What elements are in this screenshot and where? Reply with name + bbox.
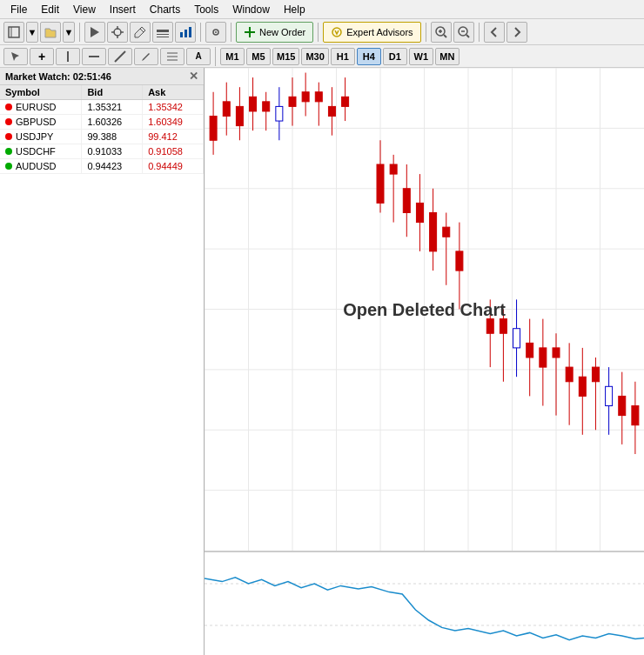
- svg-line-20: [444, 35, 446, 37]
- menu-window[interactable]: Window: [225, 2, 277, 17]
- market-watch-row[interactable]: EURUSD 1.35321 1.35342: [0, 100, 204, 115]
- menu-tools[interactable]: Tools: [187, 2, 225, 17]
- tf-m15-button[interactable]: M15: [272, 48, 299, 65]
- scroll-left-button[interactable]: [484, 22, 505, 43]
- new-order-label: New Order: [259, 27, 305, 37]
- tf-h1-button[interactable]: H1: [331, 48, 355, 65]
- plus-tool-button[interactable]: +: [30, 48, 54, 65]
- ask-cell: 1.60349: [143, 115, 204, 130]
- fib-tool-button[interactable]: [160, 48, 184, 65]
- market-watch-table: Symbol Bid Ask EURUSD 1.35321 1.35342 GB…: [0, 85, 204, 174]
- zoom-in-button[interactable]: [152, 22, 173, 43]
- svg-rect-17: [249, 27, 251, 37]
- symbol-cell: USDJPY: [0, 130, 82, 144]
- ask-header: Ask: [143, 85, 204, 100]
- symbol-indicator: [5, 118, 12, 125]
- cursor-tool-button[interactable]: [3, 48, 28, 65]
- symbol-name: GBPUSD: [16, 117, 56, 127]
- expert-advisors-button[interactable]: Expert Advisors: [323, 22, 420, 43]
- text-tool-button[interactable]: A: [186, 48, 211, 65]
- market-watch-header: Market Watch: 02:51:46 ✕: [0, 68, 204, 85]
- svg-rect-11: [180, 32, 183, 37]
- svg-point-15: [215, 31, 217, 33]
- svg-rect-8: [157, 30, 169, 32]
- tf-m5-button[interactable]: M5: [246, 48, 271, 65]
- tf-w1-button[interactable]: W1: [409, 48, 433, 65]
- market-watch-row[interactable]: GBPUSD 1.60326 1.60349: [0, 115, 204, 130]
- sep-tf: [215, 47, 216, 66]
- open-button[interactable]: [40, 22, 61, 43]
- main-area: Market Watch: 02:51:46 ✕ Symbol Bid Ask …: [0, 68, 644, 655]
- market-watch-panel: Market Watch: 02:51:46 ✕ Symbol Bid Ask …: [0, 68, 205, 655]
- pencil-button[interactable]: [130, 22, 151, 43]
- bid-cell: 0.94423: [82, 159, 143, 174]
- market-watch-row[interactable]: USDJPY 99.388 99.412: [0, 130, 204, 144]
- svg-line-24: [466, 35, 469, 37]
- tf-m1-button[interactable]: M1: [220, 48, 245, 65]
- symbol-indicator: [5, 163, 12, 170]
- symbol-cell: GBPUSD: [0, 115, 82, 130]
- trendline-tool-button[interactable]: [108, 48, 132, 65]
- chart-main[interactable]: Open Deleted Chart: [205, 68, 644, 551]
- new-order-button[interactable]: New Order: [236, 22, 313, 43]
- vertical-line-tool-button[interactable]: [56, 48, 80, 65]
- ask-cell: 99.412: [143, 130, 204, 144]
- symbol-name: EURUSD: [16, 102, 56, 112]
- svg-point-2: [114, 29, 121, 36]
- bid-cell: 99.388: [82, 130, 143, 144]
- crosshair-button[interactable]: [107, 22, 128, 43]
- symbol-indicator: [5, 133, 12, 140]
- menu-charts[interactable]: Charts: [143, 2, 187, 17]
- pencil-draw-button[interactable]: [134, 48, 158, 65]
- zoom-in-chart-button[interactable]: [431, 22, 452, 43]
- menu-help[interactable]: Help: [277, 2, 312, 17]
- symbol-header: Symbol: [0, 85, 82, 100]
- menu-view[interactable]: View: [66, 2, 103, 17]
- new-chart-button[interactable]: [3, 22, 24, 43]
- expert-label: Expert Advisors: [346, 27, 413, 37]
- sub-chart-canvas[interactable]: [205, 552, 644, 655]
- symbol-name: AUDUSD: [16, 161, 56, 171]
- dropdown-open-button[interactable]: ▼: [63, 22, 75, 43]
- bid-header: Bid: [82, 85, 143, 100]
- zoom-out-chart-button[interactable]: [453, 22, 474, 43]
- svg-rect-10: [157, 37, 169, 37]
- svg-rect-12: [184, 30, 187, 37]
- chart-sub-indicator[interactable]: [205, 551, 644, 655]
- properties-button[interactable]: [205, 22, 226, 43]
- bid-cell: 0.91033: [82, 144, 143, 159]
- sep3: [231, 23, 231, 42]
- menu-edit[interactable]: Edit: [34, 2, 66, 17]
- tf-h4-button[interactable]: H4: [357, 48, 381, 65]
- tf-m30-button[interactable]: M30: [301, 48, 328, 65]
- main-chart-canvas[interactable]: [205, 68, 644, 551]
- menu-insert[interactable]: Insert: [103, 2, 143, 17]
- svg-rect-13: [189, 27, 191, 37]
- scroll-right-button[interactable]: [506, 22, 527, 43]
- tf-d1-button[interactable]: D1: [383, 48, 407, 65]
- symbol-name: USDJPY: [16, 131, 53, 142]
- bid-cell: 1.35321: [82, 100, 143, 115]
- ask-cell: 0.91058: [143, 144, 204, 159]
- market-watch-row[interactable]: USDCHF 0.91033 0.91058: [0, 144, 204, 159]
- sep1: [79, 23, 80, 42]
- bid-cell: 1.60326: [82, 115, 143, 130]
- menu-file[interactable]: File: [3, 2, 34, 17]
- symbol-indicator: [5, 148, 12, 155]
- chart-type-button[interactable]: [175, 22, 196, 43]
- chart-area[interactable]: Open Deleted Chart: [205, 68, 644, 655]
- market-watch-title: Market Watch: 02:51:46: [5, 71, 111, 82]
- symbol-cell: EURUSD: [0, 100, 82, 115]
- toolbar-main: ▼ ▼ New Order Expert Advisors: [0, 19, 644, 45]
- dropdown-new-chart-button[interactable]: ▼: [26, 22, 38, 43]
- market-watch-row[interactable]: AUDUSD 0.94423 0.94449: [0, 159, 204, 174]
- svg-line-28: [115, 51, 125, 62]
- toolbar-drawing: + A M1 M5 M15 M30 H1 H4 D1 W1 MN: [0, 45, 644, 68]
- arrow-tool-button[interactable]: [84, 22, 105, 43]
- ask-cell: 1.35342: [143, 100, 204, 115]
- symbol-cell: USDCHF: [0, 144, 82, 159]
- tf-mn-button[interactable]: MN: [435, 48, 460, 65]
- sep6: [479, 23, 480, 42]
- market-watch-close-button[interactable]: ✕: [189, 70, 198, 83]
- horizontal-line-tool-button[interactable]: [82, 48, 106, 65]
